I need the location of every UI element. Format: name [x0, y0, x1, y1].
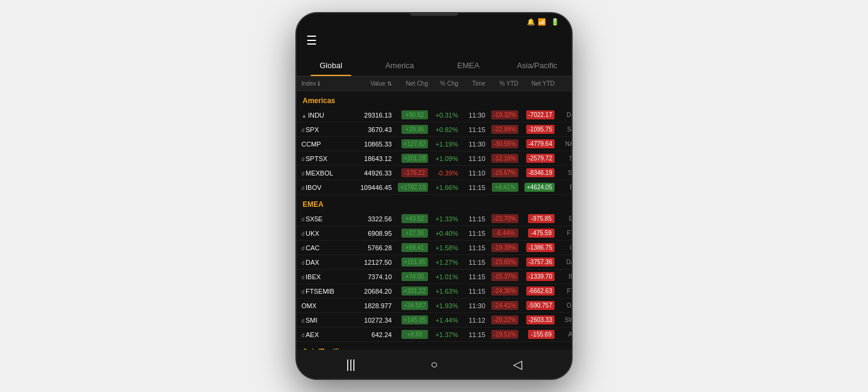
cell-pctchg: +1.93% [428, 302, 458, 309]
cell-pctytd: -19.39% [485, 243, 518, 252]
col-time: Time [458, 80, 485, 87]
cell-value: 1828.977 [350, 302, 392, 309]
table-row[interactable]: dSMI10272.34+145.35+1.44%11:12-20.22%-26… [297, 313, 571, 327]
phone-screen: 🔔 📶 🔋 ☰ Global America EMEA Asia/Pacific… [297, 13, 571, 379]
cell-index: dSPTSХ [301, 155, 350, 162]
status-icons: 🔔 📶 🔋 [527, 18, 559, 26]
section-label: Americas [303, 96, 335, 105]
cell-time: 11:10 [458, 155, 485, 162]
volume-icon: 🔔 [527, 18, 535, 26]
cell-value: 18643.12 [350, 155, 392, 162]
col-netytd: Net YTD [518, 80, 555, 87]
cell-name: IBEX 35 [555, 273, 571, 280]
cell-name: BRAZIL [555, 184, 571, 191]
cell-time: 11:15 [458, 184, 485, 191]
cell-netytd: -1339.70 [518, 272, 555, 281]
cell-pctchg: +1.63% [428, 288, 458, 295]
cell-pctytd: -19.32% [485, 110, 518, 119]
cell-value: 642.24 [350, 331, 392, 338]
cell-pctytd: -30.55% [485, 139, 518, 148]
table-row[interactable]: dMEXBOL44926.33-176.22-0.39%11:10-15.67%… [297, 166, 571, 180]
cell-netytd: -3757.36 [518, 258, 555, 267]
cell-pctchg: +0.82% [428, 126, 458, 133]
cell-netchg: +27.36 [392, 229, 428, 238]
status-bar: 🔔 📶 🔋 [297, 13, 571, 28]
cell-index: dUKX [301, 230, 350, 237]
section-header: Asia/Pacific [297, 342, 571, 350]
cell-name: AEX-Ind [555, 331, 571, 338]
cell-pctchg: +1.27% [428, 259, 458, 266]
cell-time: 11:15 [458, 230, 485, 237]
nav-menu-icon[interactable]: ||| [336, 355, 365, 374]
cell-value: 12127.50 [350, 259, 392, 266]
cell-pctytd: -22.99% [485, 125, 518, 134]
cell-index: OMX [301, 302, 350, 309]
table-content[interactable]: Americas▲INDU29316.13+90.52+0.31%11:30-1… [297, 91, 571, 350]
cell-index: dMEXBOL [301, 169, 350, 177]
table-row[interactable]: dSX5E3322.56+43.52+1.33%11:15-22.70%-975… [297, 212, 571, 226]
cell-time: 11:30 [458, 112, 485, 119]
table-header: Index ℹ Value ⇅ Net Chg % Chg Time % YTD… [297, 77, 571, 91]
table-row[interactable]: dUKX6908.95+27.36+0.40%11:15-6.44%-475.5… [297, 226, 571, 241]
cell-pctytd: -24.36% [485, 286, 518, 296]
phone-frame: 🔔 📶 🔋 ☰ Global America EMEA Asia/Pacific… [295, 12, 573, 380]
cell-netytd: -155.69 [518, 330, 555, 339]
cell-value: 6908.95 [350, 230, 392, 237]
cell-index: dSPX [301, 126, 350, 133]
tab-global[interactable]: Global [297, 55, 365, 76]
table-row[interactable]: OMX1828.977+34.587+1.93%11:30-24.41%-590… [297, 299, 571, 313]
nav-bar: ||| ○ ◁ [297, 350, 571, 379]
cell-index: dSX5E [301, 215, 350, 223]
table-row[interactable]: dSPTSХ18643.12+201.28+1.09%11:10-12.16%-… [297, 151, 571, 166]
table-row[interactable]: dAEX642.24+8.69+1.37%11:15-19.51%-155.69… [297, 327, 571, 342]
cell-value: 3322.56 [350, 215, 392, 223]
cell-time: 11:15 [458, 126, 485, 133]
cell-netchg: +1782.10 [392, 183, 428, 192]
cell-index: CCMP [301, 141, 350, 148]
cell-pctytd: -24.41% [485, 301, 518, 310]
col-index: Index ℹ [301, 80, 350, 87]
table-row[interactable]: dIBOV109446.45+1782.10+1.66%11:15+4.41%+… [297, 180, 571, 195]
cell-pctytd: -19.51% [485, 330, 518, 339]
section-label: EMEA [303, 200, 324, 209]
table-row[interactable]: dSPX3670.43+29.96+0.82%11:15-22.99%-1095… [297, 122, 571, 137]
cell-netytd: +4624.05 [518, 183, 555, 192]
cell-name: DAX IND [555, 259, 571, 265]
menu-icon[interactable]: ☰ [306, 33, 317, 48]
cell-value: 29316.13 [350, 112, 392, 119]
cell-pctchg: +1.09% [428, 155, 458, 162]
cell-netchg: +127.82 [392, 139, 428, 148]
nav-back-icon[interactable]: ◁ [503, 355, 532, 374]
cell-value: 20684.20 [350, 288, 392, 295]
nav-home-icon[interactable]: ○ [421, 355, 447, 374]
cell-name: DOW JO [555, 112, 571, 118]
cell-name: S&P/TS [555, 155, 571, 162]
cell-index: dAEX [301, 331, 350, 338]
tab-emea[interactable]: EMEA [434, 55, 503, 76]
table-row[interactable]: ▲INDU29316.13+90.52+0.31%11:30-19.32%-70… [297, 108, 571, 122]
cell-netchg: +201.28 [392, 154, 428, 163]
table-row[interactable]: dIBEX7374.10+74.00+1.01%11:15-15.37%-133… [297, 270, 571, 284]
cell-value: 44926.33 [350, 169, 392, 177]
section-header: Americas [297, 91, 571, 108]
tab-asia-pacific[interactable]: Asia/Pacific [503, 55, 571, 76]
table-row[interactable]: CCMP10865.33+127.82+1.19%11:30-30.55%-47… [297, 137, 571, 151]
cell-value: 3670.43 [350, 126, 392, 133]
cell-name: FTSE 10 [555, 230, 571, 236]
table-row[interactable]: dCAC5766.28+89.41+1.58%11:15-19.39%-1386… [297, 241, 571, 255]
cell-netytd: -8346.19 [518, 168, 555, 177]
table-row[interactable]: dDAX12127.50+151.95+1.27%11:15-23.65%-37… [297, 255, 571, 270]
cell-index: dCAC [301, 244, 350, 251]
cell-pctchg: +1.66% [428, 184, 458, 191]
cell-pctytd: -20.22% [485, 315, 518, 324]
cell-value: 5766.28 [350, 244, 392, 251]
cell-index: dIBOV [301, 184, 350, 191]
tab-america[interactable]: America [365, 55, 434, 76]
cell-netytd: -590.757 [518, 301, 555, 310]
table-row[interactable]: dFTSEMIB20684.20+331.22+1.63%11:15-24.36… [297, 284, 571, 299]
section-header: EMEA [297, 195, 571, 212]
col-pctytd: % YTD [485, 80, 518, 87]
cell-netytd: -7022.17 [518, 110, 555, 119]
cell-netytd: -975.85 [518, 214, 555, 223]
col-name: Name [555, 80, 571, 87]
